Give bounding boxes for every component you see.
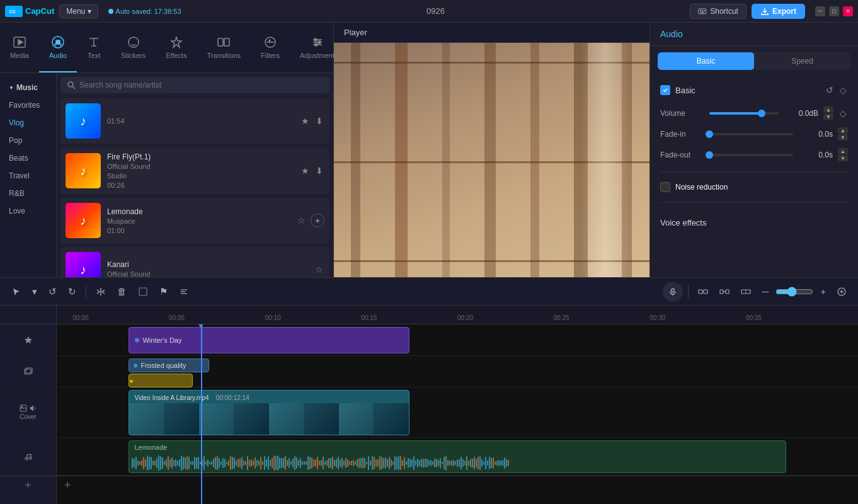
minimize-button[interactable]: ─ (815, 6, 825, 16)
sidebar-item-music[interactable]: Music (3, 79, 54, 96)
split-button[interactable] (91, 284, 110, 300)
sidebar-item-beats[interactable]: Beats (3, 150, 54, 166)
close-button[interactable]: ✕ (843, 6, 853, 16)
volume-slider-thumb[interactable] (758, 110, 765, 117)
timeline-toolbar: ▾ ↺ ↻ 🗑 ⚑ ─ (0, 278, 858, 306)
tab-media[interactable]: Media (0, 23, 39, 72)
volume-slider[interactable] (709, 112, 779, 115)
player-header: Player (334, 23, 649, 43)
star-button[interactable]: ★ (300, 115, 311, 127)
sidebar-item-love[interactable]: Love (3, 203, 54, 219)
tab-transitions[interactable]: Transitions (197, 23, 251, 72)
select-all-button[interactable] (134, 284, 152, 300)
microphone-button[interactable] (663, 282, 683, 302)
volume-decrement[interactable]: ▼ (823, 113, 833, 120)
wave-bar (324, 461, 326, 465)
tab-text[interactable]: Text (77, 23, 111, 72)
svg-point-46 (25, 457, 28, 460)
export-icon (760, 7, 769, 16)
timeline-right: 00:00 00:05 00:10 00:15 00:20 00:25 00:3… (57, 306, 858, 504)
noise-reduction-checkbox[interactable] (660, 182, 670, 192)
maximize-button[interactable]: □ (829, 6, 839, 16)
wave-bar (487, 461, 488, 465)
speed-mode-button[interactable]: Speed (754, 52, 850, 70)
sidebar-item-rnb[interactable]: R&B (3, 185, 54, 202)
add-to-timeline-button[interactable]: + (311, 214, 324, 227)
list-item[interactable]: ♪ 01:54 ★ ⬇ (60, 98, 329, 144)
select-tool[interactable] (8, 284, 25, 299)
audio-track-label (0, 438, 56, 476)
basic-mode-button[interactable]: Basic (658, 52, 754, 70)
sidebar-item-pop[interactable]: Pop (3, 132, 54, 149)
wave-bar (307, 456, 309, 470)
star-button[interactable]: ☆ (314, 263, 324, 276)
star-button[interactable]: ★ (300, 164, 311, 177)
sidebar-item-favorites[interactable]: Favorites (3, 97, 54, 113)
download-button[interactable]: ⬇ (314, 164, 324, 177)
fade-out-decrement[interactable]: ▼ (838, 155, 848, 161)
zoom-slider[interactable] (775, 287, 813, 297)
fade-in-spinners: ▲ ▼ (838, 127, 848, 140)
align-button[interactable] (174, 284, 193, 300)
search-input[interactable] (79, 81, 323, 89)
volume-reset[interactable]: ◇ (838, 107, 848, 120)
frosted-quality-clip[interactable]: ❄ Frosted quality (129, 358, 209, 372)
flag-button[interactable]: ⚑ (155, 283, 172, 301)
zoom-in-btn[interactable]: + (816, 283, 830, 300)
main-video-clip[interactable]: Video Inside A Library.mp4 00:00:12:14 (129, 390, 409, 435)
link-clips[interactable] (715, 285, 734, 299)
fade-in-slider[interactable] (709, 133, 793, 135)
wave-bar (349, 461, 350, 466)
zoom-out-btn[interactable]: ─ (758, 283, 774, 300)
delete-button[interactable]: 🗑 (113, 283, 131, 300)
music-info: Kanari Official Sound (107, 260, 307, 280)
clip-snowflake-icon: ❄ (134, 336, 140, 345)
shortcut-button[interactable]: Shortcut (690, 4, 746, 19)
wave-bar (421, 459, 422, 467)
wave-bar (336, 459, 337, 467)
yellow-bar-clip[interactable]: ● (129, 374, 193, 387)
winters-day-clip[interactable]: ❄ Winter's Day (129, 327, 409, 353)
download-button[interactable]: ⬇ (314, 115, 324, 127)
select-dropdown[interactable]: ▾ (28, 283, 42, 301)
wave-bar (381, 457, 382, 469)
tab-audio[interactable]: Audio (39, 23, 77, 72)
list-item[interactable]: ♪ Fire Fly(Pt.1) Official Sound Studio 0… (60, 147, 329, 194)
tab-stickers[interactable]: Stickers (111, 23, 156, 72)
audio-clip[interactable]: Lemonade (129, 440, 786, 473)
add-below-button[interactable]: + (64, 479, 71, 492)
wave-bar (364, 458, 365, 468)
settings-button[interactable]: ◇ (838, 84, 848, 96)
split-audio[interactable] (736, 285, 755, 299)
sidebar-item-travel[interactable]: Travel (3, 168, 54, 184)
fade-out-slider-thumb[interactable] (706, 151, 713, 159)
reset-button[interactable]: ↺ (825, 84, 835, 96)
wave-bar (306, 461, 307, 466)
menu-button[interactable]: Menu ▾ (59, 4, 98, 18)
add-track-plus[interactable] (833, 284, 850, 299)
tab-filters[interactable]: Filters (251, 23, 290, 72)
audio-settings: Basic ↺ ◇ Volume 0.0dB ▲ ▼ ◇ (650, 76, 858, 213)
tab-effects[interactable]: Effects (156, 23, 197, 72)
wave-bar (319, 461, 320, 466)
list-item[interactable]: ♪ Lemonade Muspace 01:00 ☆ + (60, 198, 329, 243)
ruler-mark-5: 00:25 (554, 314, 569, 321)
export-button[interactable]: Export (752, 4, 805, 19)
undo-button[interactable]: ↺ (44, 283, 61, 301)
wave-bar (323, 457, 324, 469)
wave-bar (442, 462, 443, 464)
fade-in-slider-thumb[interactable] (706, 130, 713, 138)
wave-bar (279, 457, 280, 468)
sidebar-item-vlog[interactable]: Vlog (3, 115, 54, 131)
fade-in-increment[interactable]: ▲ (838, 127, 848, 134)
star-button[interactable]: ☆ (296, 214, 307, 227)
svg-point-16 (315, 43, 317, 46)
volume-increment[interactable]: ▲ (823, 106, 833, 113)
fade-out-slider[interactable] (709, 154, 793, 156)
plus-circle-icon (837, 287, 846, 296)
add-track-button[interactable]: + (25, 479, 31, 492)
fit-timeline[interactable] (694, 285, 712, 299)
redo-button[interactable]: ↻ (64, 283, 81, 301)
fade-in-decrement[interactable]: ▼ (838, 134, 848, 140)
fade-out-increment[interactable]: ▲ (838, 148, 848, 154)
